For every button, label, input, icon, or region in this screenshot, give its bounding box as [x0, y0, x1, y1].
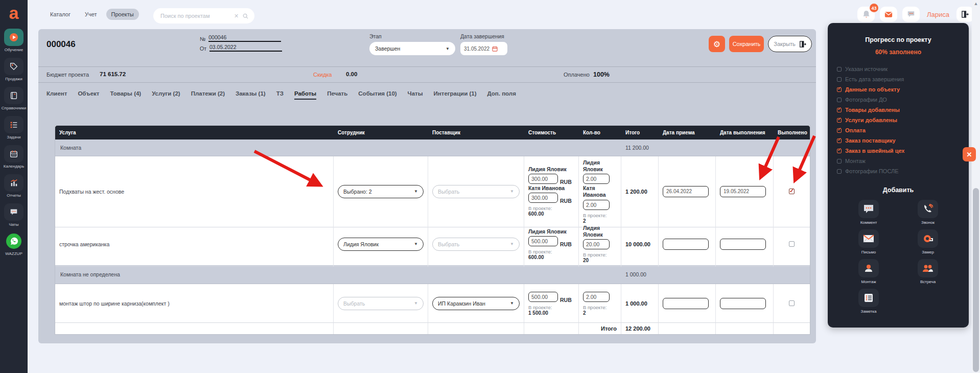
employee-select-value: Выбрать [343, 300, 365, 307]
scrollbar-thumb[interactable] [973, 188, 979, 372]
supplier-select[interactable]: Выбрать ▼ [432, 238, 520, 251]
project-card: 000046 № 000046 От 03.05.2022 Этап Завер… [38, 29, 816, 343]
tab-tz[interactable]: ТЗ [276, 90, 284, 100]
employee-select[interactable]: Выбрать ▼ [338, 297, 424, 310]
tab-orders[interactable]: Заказы (1) [236, 90, 266, 100]
search-input[interactable] [159, 12, 234, 19]
cost-input[interactable]: 500.00 [528, 236, 558, 246]
checklist-item: Фотографии ДО [837, 95, 969, 105]
note-icon [858, 289, 879, 307]
tab-events[interactable]: События (10) [358, 90, 396, 100]
nav-catalog[interactable]: Каталог [45, 9, 76, 20]
checkbox-icon [837, 159, 842, 164]
supplier-select[interactable]: Выбрать ▼ [432, 185, 520, 198]
add-meeting-button[interactable]: Встреча [907, 259, 948, 284]
in-project-label: В проекте: [528, 249, 552, 254]
add-install-button[interactable]: Монтаж [848, 259, 889, 284]
discount-label[interactable]: Скидка [313, 72, 332, 78]
scroll-up-icon[interactable]: ▲ [972, 1, 980, 6]
nav-uchet[interactable]: Учет [80, 9, 102, 20]
page-scrollbar[interactable]: ▲ [972, 0, 980, 373]
employee-select[interactable]: Выбрано: 2 ▼ [338, 185, 424, 198]
checkbox-checked-icon [837, 87, 842, 92]
mail-button[interactable] [880, 7, 897, 22]
sidebar-item-kalendar[interactable]: Календарь [4, 145, 24, 169]
tab-print[interactable]: Печать [327, 90, 347, 100]
qty-input[interactable]: 2.00 [583, 292, 610, 302]
employee-select[interactable]: Лидия Яловик ▼ [338, 238, 424, 251]
supplier-select[interactable]: ИП Карамзин Иван ▼ [432, 297, 520, 310]
finish-date-input[interactable]: 31.05.2022 [460, 42, 507, 55]
messages-button[interactable] [902, 7, 920, 22]
date-received-input[interactable] [663, 239, 709, 250]
search-icon[interactable] [243, 13, 248, 19]
checkbox-icon [837, 98, 842, 102]
done-checkbox[interactable] [789, 189, 795, 194]
currency-label: RUB [560, 297, 572, 303]
sidebar-item-otchety[interactable]: Отчеты [4, 174, 24, 198]
qty-cell: Лидия Яловик 2.00 Катя Иванова 2.00 В пр… [579, 156, 621, 227]
sidebar-item-chaty[interactable]: Чаты [4, 203, 24, 227]
sidebar-item-spravochniki[interactable]: Справочники [2, 87, 26, 110]
budget-row: Бюджет проекта 71 615.72 Скидка 0.00 Опл… [38, 67, 816, 83]
logout-button[interactable] [956, 7, 974, 22]
checklist-item: Оплата [837, 125, 969, 135]
sidebar-item-prodazhi[interactable]: Продажи [4, 58, 24, 81]
tab-works[interactable]: Работы [294, 90, 316, 100]
book-icon [4, 87, 24, 104]
save-button[interactable]: Сохранить [729, 36, 764, 52]
date-done-input[interactable] [720, 298, 766, 309]
qty-input[interactable]: 20.00 [583, 239, 610, 249]
date-received-input[interactable] [663, 298, 709, 309]
group-row-komnata: Комната 11 200.00 [55, 139, 810, 156]
project-from-label: От [200, 45, 206, 52]
add-comment-button[interactable]: Коммент [848, 200, 889, 225]
tab-chats[interactable]: Чаты [408, 90, 423, 100]
tab-object[interactable]: Объект [78, 90, 99, 100]
col-header-date-done: Дата выполнения [716, 126, 774, 139]
sidebar-item-obuchenie[interactable]: Обучение [4, 29, 24, 52]
user-name[interactable]: Лариса [927, 11, 949, 18]
done-checkbox[interactable] [789, 241, 795, 247]
project-number-field[interactable]: 000046 [208, 34, 281, 42]
qty-input[interactable]: 2.00 [583, 200, 610, 210]
date-received-input[interactable]: 26.04.2022 [663, 186, 709, 197]
tab-services[interactable]: Услуги (2) [152, 90, 180, 100]
col-header-total: Итого [621, 126, 659, 139]
qty-input[interactable]: 2.00 [583, 174, 610, 184]
cost-input[interactable]: 300.00 [528, 174, 558, 184]
cost-input[interactable]: 300.00 [528, 193, 558, 203]
date-done-input[interactable]: 19.05.2022 [720, 186, 766, 197]
stage-value: Завершен [375, 45, 400, 52]
date-done-cell [716, 222, 774, 267]
panel-collapse-button[interactable]: ✕ [963, 147, 976, 161]
tab-payments[interactable]: Платежи (2) [191, 90, 225, 100]
progress-percent: 60% заполнено [828, 49, 969, 56]
nav-projects[interactable]: Проекты [106, 9, 139, 20]
tab-goods[interactable]: Товары (4) [110, 90, 141, 100]
sidebar-item-zadachi[interactable]: Задачи [4, 116, 24, 139]
group-row-komnata-ne-opredelena: Комната не определена 1 000.00 [55, 265, 810, 284]
add-action-label: Звонок [921, 220, 935, 225]
table-row: Подхваты на жест. основе Выбрано: 2 ▼ Вы… [55, 156, 810, 222]
add-letter-button[interactable]: Письмо [848, 229, 889, 254]
tab-client[interactable]: Клиент [46, 90, 67, 100]
notifications-button[interactable]: 43 [857, 7, 875, 22]
clear-search-icon[interactable]: ✕ [234, 13, 239, 19]
add-note-button[interactable]: Заметка [848, 289, 889, 314]
close-button[interactable]: Закрыть [768, 36, 812, 52]
call-icon [918, 200, 938, 218]
finish-date-value: 31.05.2022 [464, 46, 489, 52]
tab-integrations[interactable]: Интеграции (1) [434, 90, 477, 100]
add-measure-button[interactable]: Замер [907, 229, 948, 254]
cost-input[interactable]: 500.00 [528, 292, 558, 302]
add-call-button[interactable]: Звонок [907, 200, 948, 225]
settings-button[interactable]: ⚙ [709, 36, 725, 52]
date-done-input[interactable] [720, 239, 766, 250]
project-from-date-field[interactable]: 03.05.2022 [209, 44, 282, 52]
stage-select[interactable]: Завершен ▼ [369, 42, 455, 55]
app-logo[interactable]: a [9, 4, 19, 21]
sidebar-item-wazzup[interactable]: WAZZUP [4, 232, 24, 256]
tab-extra-fields[interactable]: Доп. поля [487, 90, 516, 100]
done-checkbox[interactable] [789, 300, 795, 306]
